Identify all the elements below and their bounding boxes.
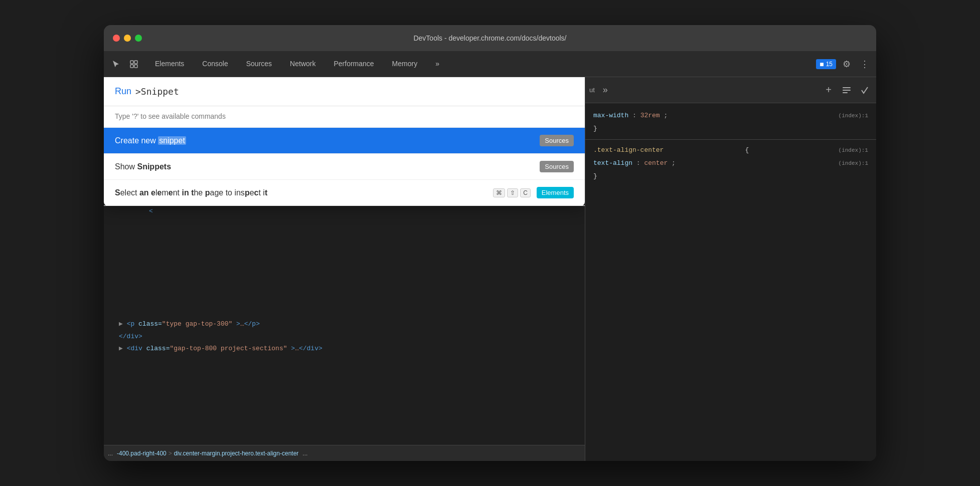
command-input-row: Run >Snippet <box>104 77 585 106</box>
more-options-button[interactable]: ⋮ <box>857 57 872 72</box>
add-style-rule-icon[interactable]: + <box>821 83 836 98</box>
breadcrumb-dots-right[interactable]: ... <box>302 450 307 457</box>
css-block-2: .text-align-center { (index):1 text-alig… <box>585 142 876 185</box>
command-item-create-snippet-text: Create new snippet <box>115 136 540 145</box>
minimize-button[interactable] <box>124 35 131 42</box>
elements-panel: Run >Snippet Type '?' to see available c… <box>104 77 585 461</box>
css-source-1[interactable]: (index):1 <box>839 111 868 121</box>
issues-badge[interactable]: ■ 15 <box>816 59 836 69</box>
css-source-selector[interactable]: (index):1 <box>839 146 868 155</box>
right-panel: ut » + <box>585 77 876 461</box>
select-element-badge: Elements <box>537 187 574 198</box>
devtools-window: DevTools - developer.chrome.com/docs/dev… <box>104 25 876 461</box>
svg-rect-1 <box>134 61 137 64</box>
css-line-max-width: max-width : 32rem ; (index):1 <box>585 109 876 122</box>
command-input[interactable]: >Snippet <box>135 86 574 97</box>
css-brace-close-1: } <box>585 122 876 135</box>
svg-rect-0 <box>130 61 133 64</box>
css-divider <box>585 139 876 140</box>
tab-elements[interactable]: Elements <box>146 51 193 77</box>
svg-rect-3 <box>134 65 137 68</box>
tab-sources[interactable]: Sources <box>237 51 281 77</box>
cursor-icon[interactable] <box>108 56 124 72</box>
css-selector-line: .text-align-center { (index):1 <box>585 144 876 157</box>
breadcrumb-item-1[interactable]: -400.pad-right-400 <box>117 450 167 457</box>
right-toolbar-out: ut <box>589 86 595 94</box>
run-label: Run <box>115 86 131 97</box>
command-item-select-element-text: Select an element in the page to inspect… <box>115 188 493 197</box>
right-css-content: max-width : 32rem ; (index):1 } <box>585 103 876 461</box>
maximize-button[interactable] <box>135 35 142 42</box>
command-palette: Run >Snippet Type '?' to see available c… <box>104 77 585 206</box>
toolbar: Elements Console Sources Network Perform… <box>104 51 876 77</box>
title-bar: DevTools - developer.chrome.com/docs/dev… <box>104 25 876 51</box>
tabs: Elements Console Sources Network Perform… <box>146 51 448 77</box>
css-block-1: max-width : 32rem ; (index):1 } <box>585 107 876 137</box>
close-button[interactable] <box>113 35 120 42</box>
svg-rect-6 <box>843 92 848 93</box>
tab-more[interactable]: » <box>426 51 448 77</box>
traffic-lights <box>113 35 142 42</box>
issues-count: 15 <box>826 61 833 68</box>
dom-line-tag2: < <box>104 205 585 218</box>
new-style-rule-icon[interactable] <box>839 83 854 98</box>
breadcrumb-dots-left[interactable]: ... <box>108 450 113 457</box>
main-content: Run >Snippet Type '?' to see available c… <box>104 77 876 461</box>
show-snippets-badge: Sources <box>540 161 574 172</box>
command-item-show-snippets[interactable]: Show Snippets Sources <box>104 154 585 180</box>
command-item-show-snippets-text: Show Snippets <box>115 162 540 171</box>
svg-rect-2 <box>130 65 133 68</box>
svg-rect-4 <box>843 87 851 88</box>
toolbar-left-icons <box>108 56 142 72</box>
svg-rect-5 <box>843 90 851 91</box>
command-item-select-element[interactable]: Select an element in the page to inspect… <box>104 180 585 206</box>
dom-line-div-close: </div> <box>104 331 585 343</box>
right-toolbar: ut » + <box>585 77 876 103</box>
inspect-icon[interactable] <box>126 56 142 72</box>
dom-line-div-gap: ▶ <div class="gap-top-800 project-sectio… <box>104 343 585 355</box>
breadcrumb-item-2[interactable]: div.center-margin.project-hero.text-alig… <box>174 450 299 457</box>
tab-network[interactable]: Network <box>281 51 324 77</box>
command-item-create-snippet[interactable]: Create new snippet Sources <box>104 128 585 154</box>
select-element-shortcut: ⌘ ⇧ C <box>493 188 531 197</box>
window-title: DevTools - developer.chrome.com/docs/dev… <box>413 34 566 42</box>
css-line-text-align: text-align : center ; (index):1 <box>585 157 876 170</box>
css-brace-close-2: } <box>585 170 876 183</box>
dom-line-p-class: ▶ <p class="type gap-top-300" >…</p> <box>104 318 585 331</box>
tab-memory[interactable]: Memory <box>383 51 427 77</box>
create-snippet-badge: Sources <box>540 135 574 146</box>
breadcrumb-bar: ... -400.pad-right-400 > div.center-marg… <box>104 445 585 461</box>
element-state-icon[interactable] <box>857 83 872 98</box>
tab-console[interactable]: Console <box>193 51 237 77</box>
command-hint: Type '?' to see available commands <box>104 106 585 128</box>
settings-button[interactable]: ⚙ <box>839 57 854 72</box>
toolbar-right: ■ 15 ⚙ ⋮ <box>816 57 872 72</box>
tab-performance[interactable]: Performance <box>324 51 383 77</box>
issues-icon: ■ <box>820 60 824 68</box>
right-more-icon[interactable]: » <box>598 83 613 98</box>
css-source-2[interactable]: (index):1 <box>839 159 868 168</box>
